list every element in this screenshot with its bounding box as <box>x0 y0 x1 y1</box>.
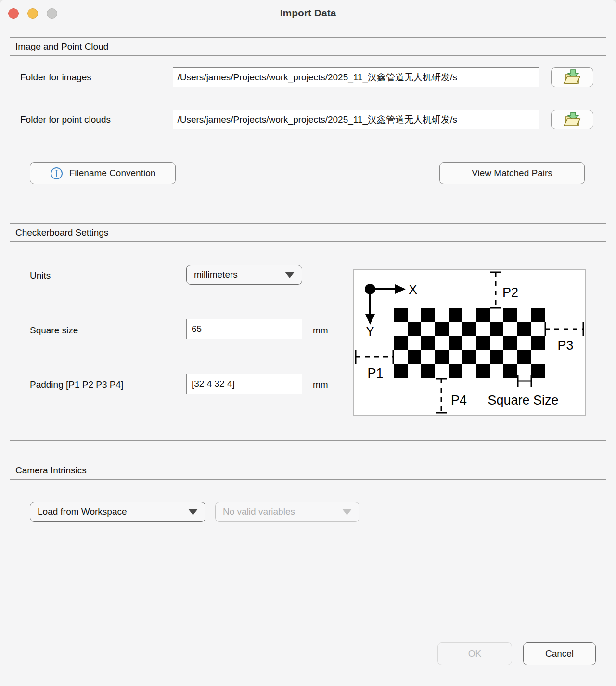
chevron-down-icon <box>342 509 352 515</box>
folder-for-images-label: Folder for images <box>10 72 173 83</box>
view-matched-pairs-button[interactable]: View Matched Pairs <box>439 162 585 184</box>
folder-for-images-row: Folder for images <box>10 67 606 87</box>
section-title: Camera Intrinsics <box>10 461 606 480</box>
square-size-unit: mm <box>313 325 328 336</box>
zoom-window-icon <box>47 8 57 19</box>
square-size-input[interactable] <box>186 319 302 339</box>
folder-for-point-clouds-input[interactable] <box>173 110 539 129</box>
section-checkerboard-settings: Checkerboard Settings Units millimeters … <box>10 223 606 441</box>
title-bar: Import Data <box>0 0 616 26</box>
folder-for-point-clouds-row: Folder for point clouds <box>10 110 606 129</box>
units-dropdown[interactable]: millimeters <box>186 265 302 285</box>
chevron-down-icon <box>188 509 198 515</box>
y-axis-label: Y <box>366 324 374 339</box>
section-title: Image and Point Cloud <box>10 38 606 56</box>
square-size-label: Square size <box>30 325 78 336</box>
section-title: Checkerboard Settings <box>10 224 606 242</box>
square-size-diagram-label: Square Size <box>488 393 558 407</box>
filename-convention-button[interactable]: Filename Convention <box>30 162 176 184</box>
checkerboard-squares <box>394 308 545 378</box>
filename-convention-label: Filename Convention <box>69 168 156 178</box>
traffic-lights <box>8 8 57 19</box>
minimize-window-icon[interactable] <box>27 8 38 19</box>
intrinsics-source-dropdown[interactable]: Load from Workspace <box>30 502 205 522</box>
chevron-down-icon <box>285 272 295 278</box>
intrinsics-source-value: Load from Workspace <box>38 507 127 517</box>
browse-images-folder-button[interactable] <box>551 67 593 87</box>
browse-point-clouds-folder-button[interactable] <box>551 110 593 129</box>
view-matched-pairs-label: View Matched Pairs <box>472 168 552 178</box>
workspace-variables-value: No valid variables <box>223 507 295 517</box>
cancel-button[interactable]: Cancel <box>523 642 596 665</box>
window-title: Import Data <box>280 7 336 19</box>
checkerboard-diagram: X Y P2 P1 <box>353 269 586 416</box>
p1-label: P1 <box>367 366 383 381</box>
p3-label: P3 <box>557 338 573 353</box>
padding-unit: mm <box>313 380 328 390</box>
units-label: Units <box>30 270 51 281</box>
units-dropdown-value: millimeters <box>194 269 238 280</box>
info-icon <box>50 167 63 180</box>
open-folder-icon <box>563 68 582 86</box>
open-folder-icon <box>563 111 582 128</box>
import-data-dialog: Import Data Image and Point Cloud Folder… <box>0 0 616 686</box>
workspace-variables-dropdown: No valid variables <box>215 502 359 522</box>
section-image-and-point-cloud: Image and Point Cloud Folder for images <box>10 37 606 205</box>
close-window-icon[interactable] <box>8 8 19 19</box>
padding-label: Padding [P1 P2 P3 P4] <box>30 380 123 390</box>
p4-label: P4 <box>451 393 467 407</box>
folder-for-images-input[interactable] <box>173 67 539 87</box>
x-axis-label: X <box>409 282 417 297</box>
ok-button: OK <box>437 642 512 665</box>
folder-for-point-clouds-label: Folder for point clouds <box>10 114 173 125</box>
section-camera-intrinsics: Camera Intrinsics Load from Workspace No… <box>10 461 606 611</box>
p2-label: P2 <box>502 285 518 300</box>
padding-input[interactable] <box>186 374 302 394</box>
